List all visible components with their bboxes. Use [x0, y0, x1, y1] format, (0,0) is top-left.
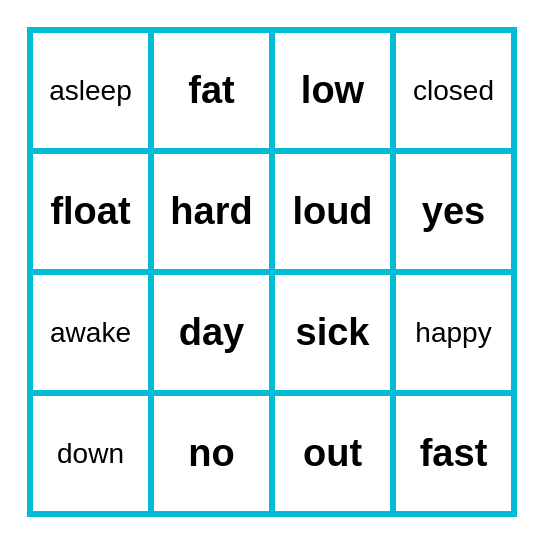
bingo-cell-c8[interactable]: yes — [393, 151, 514, 272]
bingo-cell-c1[interactable]: asleep — [30, 30, 151, 151]
bingo-cell-c7[interactable]: loud — [272, 151, 393, 272]
bingo-cell-c16[interactable]: fast — [393, 393, 514, 514]
bingo-cell-c14[interactable]: no — [151, 393, 272, 514]
bingo-cell-c5[interactable]: float — [30, 151, 151, 272]
bingo-cell-c6[interactable]: hard — [151, 151, 272, 272]
bingo-cell-c2[interactable]: fat — [151, 30, 272, 151]
bingo-cell-c9[interactable]: awake — [30, 272, 151, 393]
bingo-cell-c15[interactable]: out — [272, 393, 393, 514]
bingo-board: asleepfatlowclosedfloathardloudyesawaked… — [27, 27, 517, 517]
bingo-cell-c12[interactable]: happy — [393, 272, 514, 393]
bingo-cell-c13[interactable]: down — [30, 393, 151, 514]
bingo-cell-c3[interactable]: low — [272, 30, 393, 151]
bingo-cell-c11[interactable]: sick — [272, 272, 393, 393]
bingo-cell-c10[interactable]: day — [151, 272, 272, 393]
bingo-cell-c4[interactable]: closed — [393, 30, 514, 151]
